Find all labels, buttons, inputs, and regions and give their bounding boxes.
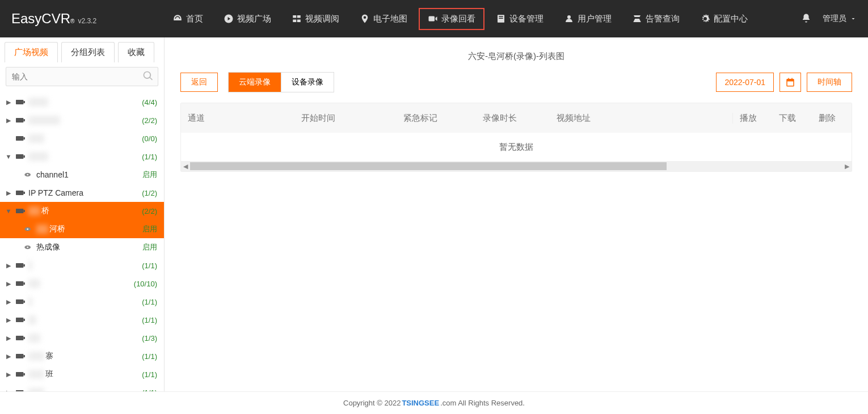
- tree-count: (1/1): [142, 388, 157, 392]
- nav-item-3[interactable]: 电子地图: [351, 8, 416, 30]
- expander-icon[interactable]: ▶: [5, 316, 12, 324]
- notification-bell-icon[interactable]: [801, 13, 811, 25]
- scroll-right-icon[interactable]: ▶: [842, 163, 852, 170]
- scroll-left-icon[interactable]: ◀: [181, 163, 190, 170]
- svg-rect-23: [23, 210, 25, 212]
- col-download: 下载: [772, 113, 812, 124]
- device-icon: [16, 117, 25, 124]
- tree-device[interactable]: ▼xxxxx(1/1): [0, 147, 164, 166]
- sidebar-tab-0[interactable]: 广场视频: [5, 42, 58, 62]
- tree-label: xxxxx: [28, 98, 142, 107]
- tree-count: (2/2): [142, 116, 157, 125]
- tree-device[interactable]: ▶x(1/1): [0, 293, 164, 311]
- tree-device[interactable]: ▶xxxxx(4/4): [0, 93, 164, 111]
- calendar-button[interactable]: [779, 73, 801, 92]
- svg-rect-2: [297, 15, 301, 18]
- tree-count: (1/1): [142, 153, 157, 161]
- tree-channel[interactable]: xxx河桥启用: [0, 220, 164, 238]
- tree-device[interactable]: ▼xxx桥(2/2): [0, 202, 164, 220]
- back-button[interactable]: 返回: [180, 73, 218, 92]
- expander-icon[interactable]: ▶: [5, 189, 12, 197]
- tree-device[interactable]: ▶IP PTZ Camera(1/2): [0, 184, 164, 202]
- main-nav: 首页视频广场视频调阅电子地图录像回看设备管理用户管理告警查询配置中心: [119, 8, 801, 30]
- expander-icon[interactable]: ▼: [5, 153, 12, 160]
- tree-label: xxx桥: [28, 206, 142, 216]
- svg-rect-1: [293, 15, 296, 18]
- horizontal-scrollbar[interactable]: ◀ ▶: [181, 161, 852, 171]
- tree-label: xx: [28, 315, 142, 324]
- svg-point-25: [27, 229, 28, 230]
- nav-item-1[interactable]: 视频广场: [214, 8, 280, 30]
- tree-label: channel1: [36, 170, 142, 179]
- svg-rect-7: [499, 16, 503, 18]
- device-icon: [16, 335, 25, 341]
- nav-item-2[interactable]: 视频调阅: [283, 8, 348, 30]
- tree-device[interactable]: ▶x(1/1): [0, 256, 164, 274]
- svg-rect-4: [297, 20, 301, 23]
- tree-device[interactable]: ▶xxxx(1/1): [0, 383, 164, 391]
- nav-item-4[interactable]: 录像回看: [419, 8, 484, 30]
- col-url: 视频地址: [550, 113, 732, 124]
- svg-point-9: [567, 15, 571, 19]
- tree-label: xxx: [28, 333, 142, 343]
- cloud-record-tab[interactable]: 云端录像: [229, 73, 281, 92]
- device-icon: [16, 389, 25, 391]
- tree-channel[interactable]: 热成像启用: [0, 238, 164, 256]
- expander-icon[interactable]: ▶: [5, 371, 12, 378]
- expander-icon[interactable]: ▶: [5, 262, 12, 269]
- svg-rect-8: [499, 18, 503, 19]
- nav-icon: [700, 14, 710, 24]
- nav-icon: [172, 14, 183, 24]
- svg-rect-31: [23, 282, 25, 285]
- expander-icon[interactable]: ▶: [5, 117, 12, 124]
- expander-icon[interactable]: ▶: [5, 389, 12, 392]
- expander-icon[interactable]: ▶: [5, 280, 12, 288]
- admin-menu[interactable]: 管理员: [823, 14, 857, 24]
- date-picker[interactable]: 2022-07-01: [716, 73, 774, 92]
- search-icon[interactable]: [142, 70, 154, 82]
- device-icon: [16, 371, 25, 378]
- expander-icon[interactable]: ▶: [5, 335, 12, 342]
- tree-device[interactable]: ▶xxxx寨(1/1): [0, 347, 164, 365]
- timeline-button[interactable]: 时间轴: [807, 73, 852, 92]
- tree-count: (2/2): [142, 207, 157, 216]
- footer: Copyright © 2022 TSINGSEE .com All Right…: [0, 391, 868, 414]
- svg-rect-15: [23, 137, 25, 140]
- expander-icon[interactable]: ▼: [5, 208, 12, 214]
- tree-device[interactable]: ▶xxxx班(1/1): [0, 365, 164, 383]
- nav-item-6[interactable]: 用户管理: [555, 8, 621, 30]
- svg-rect-28: [16, 263, 23, 268]
- tree-count: (10/10): [134, 280, 157, 288]
- nav-item-7[interactable]: 告警查询: [623, 8, 689, 30]
- svg-rect-30: [16, 281, 23, 286]
- device-icon: [16, 280, 25, 287]
- tree-device[interactable]: ▶xxx(10/10): [0, 274, 164, 293]
- tree-channel[interactable]: channel1启用: [0, 166, 164, 184]
- svg-rect-38: [16, 354, 23, 358]
- nav-icon: [496, 14, 506, 24]
- nav-item-8[interactable]: 配置中心: [691, 8, 757, 30]
- sidebar-tab-1[interactable]: 分组列表: [61, 42, 115, 62]
- expander-icon[interactable]: ▶: [5, 298, 12, 306]
- expander-icon[interactable]: ▶: [5, 353, 12, 360]
- search-input[interactable]: [6, 67, 158, 86]
- svg-rect-12: [16, 118, 23, 122]
- svg-rect-14: [16, 136, 23, 141]
- tree-device[interactable]: ▶xx(1/1): [0, 311, 164, 329]
- tree-device[interactable]: ▶xxx(1/3): [0, 329, 164, 347]
- tree-device[interactable]: ▶xxxxxxxx(2/2): [0, 111, 164, 129]
- expander-icon[interactable]: ▶: [5, 99, 12, 106]
- svg-rect-35: [23, 319, 25, 321]
- device-record-tab[interactable]: 设备录像: [281, 73, 334, 92]
- svg-rect-22: [16, 209, 23, 213]
- tree-device[interactable]: xxxx(0/0): [0, 129, 164, 147]
- nav-icon: [428, 14, 438, 24]
- nav-item-5[interactable]: 设备管理: [487, 8, 553, 30]
- scroll-thumb[interactable]: [190, 162, 667, 170]
- svg-rect-33: [23, 301, 25, 303]
- tree-count: (1/1): [142, 298, 157, 306]
- tree-label: xxxx寨: [28, 351, 142, 361]
- nav-item-0[interactable]: 首页: [163, 8, 212, 30]
- sidebar-tab-2[interactable]: 收藏: [118, 42, 154, 62]
- nav-icon: [292, 14, 302, 24]
